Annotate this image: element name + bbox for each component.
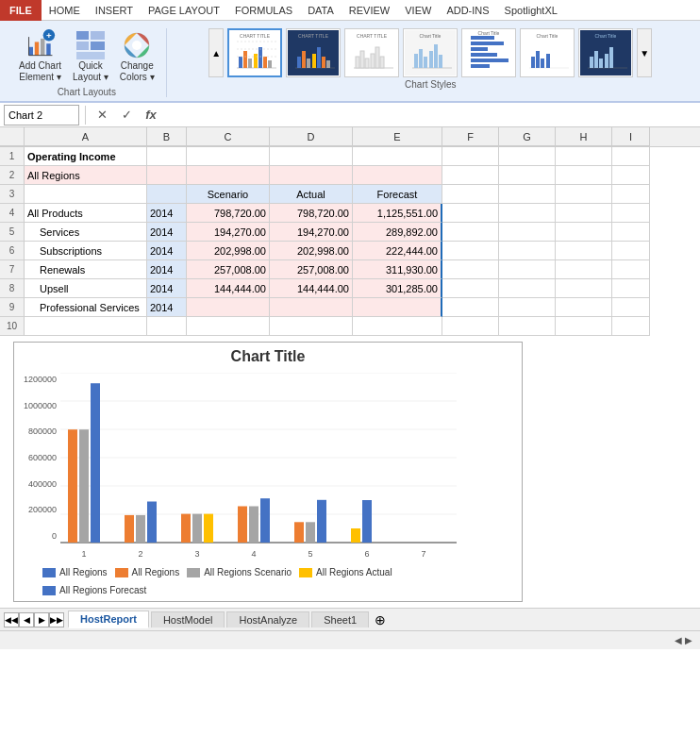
col-header-g[interactable]: G	[499, 127, 556, 146]
col-header-i[interactable]: I	[612, 127, 650, 146]
cell-f9[interactable]	[442, 298, 499, 317]
cell-f4[interactable]	[442, 204, 499, 223]
cell-e4[interactable]: 1,125,551.00	[353, 204, 442, 223]
cell-h1[interactable]	[556, 147, 612, 166]
cell-i4[interactable]	[612, 204, 650, 223]
cell-f3[interactable]	[442, 185, 499, 204]
change-colors-button[interactable]: ChangeColors ▾	[116, 28, 158, 85]
cell-b9[interactable]: 2014	[147, 298, 187, 317]
cell-c3[interactable]: Scenario	[187, 185, 270, 204]
cell-c7[interactable]: 257,008.00	[187, 260, 270, 279]
cell-e1[interactable]	[353, 147, 442, 166]
chart-style-1[interactable]: CHART TITLE	[227, 28, 282, 77]
cell-e7[interactable]: 311,930.00	[353, 260, 442, 279]
chart-style-5[interactable]: Chart Title	[461, 28, 516, 77]
cell-h7[interactable]	[556, 260, 612, 279]
cell-c5[interactable]: 194,270.00	[187, 223, 270, 242]
cell-h8[interactable]	[556, 279, 612, 298]
cell-d9[interactable]	[270, 298, 353, 317]
chart-style-2[interactable]: CHART TITLE	[286, 28, 341, 77]
menu-view[interactable]: VIEW	[397, 3, 439, 18]
chart-styles-scroll-up[interactable]: ▲	[208, 28, 224, 77]
cell-g10[interactable]	[499, 317, 556, 336]
cell-d8[interactable]: 144,444.00	[270, 279, 353, 298]
col-header-h[interactable]: H	[556, 127, 612, 146]
cell-d6[interactable]: 202,998.00	[270, 242, 353, 260]
cell-f5[interactable]	[442, 223, 499, 242]
cell-e5[interactable]: 289,892.00	[353, 223, 442, 242]
cell-a3[interactable]	[25, 185, 147, 204]
cell-c10[interactable]	[187, 317, 270, 336]
cell-f1[interactable]	[442, 147, 499, 166]
sheet-tab-hostmodel[interactable]: HostModel	[151, 611, 225, 627]
cell-c1[interactable]	[187, 147, 270, 166]
col-header-e[interactable]: E	[353, 127, 442, 146]
cell-e8[interactable]: 301,285.00	[353, 279, 442, 298]
cell-e3[interactable]: Forecast	[353, 185, 442, 204]
cell-i1[interactable]	[612, 147, 650, 166]
cell-g2[interactable]	[499, 166, 556, 185]
cell-a7[interactable]: Renewals	[25, 260, 147, 279]
file-menu-button[interactable]: FILE	[0, 0, 42, 21]
cell-c6[interactable]: 202,998.00	[187, 242, 270, 260]
col-header-a[interactable]: A	[25, 127, 147, 146]
cell-f6[interactable]	[442, 242, 499, 260]
col-header-c[interactable]: C	[187, 127, 270, 146]
sheet-nav-prev[interactable]: ◀	[19, 612, 34, 627]
chart-styles-scroll-down[interactable]: ▼	[637, 28, 652, 77]
cell-g1[interactable]	[499, 147, 556, 166]
cell-b7[interactable]: 2014	[147, 260, 187, 279]
quick-layout-button[interactable]: QuickLayout ▾	[69, 28, 112, 85]
cell-f8[interactable]	[442, 279, 499, 298]
sheet-nav-next[interactable]: ▶	[34, 612, 49, 627]
cell-g5[interactable]	[499, 223, 556, 242]
cell-c8[interactable]: 144,444.00	[187, 279, 270, 298]
cell-h2[interactable]	[556, 166, 612, 185]
cell-h6[interactable]	[556, 242, 612, 260]
cell-d2[interactable]	[270, 166, 353, 185]
cell-h3[interactable]	[556, 185, 612, 204]
col-header-d[interactable]: D	[270, 127, 353, 146]
cell-h5[interactable]	[556, 223, 612, 242]
cell-i10[interactable]	[612, 317, 650, 336]
col-header-f[interactable]: F	[442, 127, 499, 146]
chart-style-3[interactable]: CHART TITLE	[344, 28, 399, 77]
cell-b1[interactable]	[147, 147, 187, 166]
cell-a4[interactable]: All Products	[25, 204, 147, 223]
cell-g8[interactable]	[499, 279, 556, 298]
cell-a2[interactable]: All Regions	[25, 166, 147, 185]
cell-d3[interactable]: Actual	[270, 185, 353, 204]
cell-d5[interactable]: 194,270.00	[270, 223, 353, 242]
chart-style-7[interactable]: Chart Title	[578, 28, 633, 77]
sheet-nav-last[interactable]: ▶▶	[49, 612, 64, 627]
cell-i2[interactable]	[612, 166, 650, 185]
cell-f2[interactable]	[442, 166, 499, 185]
cell-a10[interactable]	[25, 317, 147, 336]
cell-c2[interactable]	[187, 166, 270, 185]
name-box[interactable]	[4, 105, 79, 125]
add-chart-element-button[interactable]: + Add ChartElement ▾	[15, 28, 65, 85]
cell-i3[interactable]	[612, 185, 650, 204]
cell-g6[interactable]	[499, 242, 556, 260]
cell-a1[interactable]: Operating Income	[25, 147, 147, 166]
cell-b6[interactable]: 2014	[147, 242, 187, 260]
cell-h9[interactable]	[556, 298, 612, 317]
cell-e10[interactable]	[353, 317, 442, 336]
add-sheet-button[interactable]: ⊕	[375, 612, 386, 627]
cell-i6[interactable]	[612, 242, 650, 260]
menu-spotlightxl[interactable]: SpotlightXL	[497, 3, 565, 18]
menu-insert[interactable]: INSERT	[88, 3, 141, 18]
cell-a9[interactable]: Professional Services	[25, 298, 147, 317]
sheet-tab-hostreport[interactable]: HostReport	[68, 611, 149, 628]
sheet-nav-first[interactable]: ◀◀	[4, 612, 19, 627]
cell-b8[interactable]: 2014	[147, 279, 187, 298]
cell-a5[interactable]: Services	[25, 223, 147, 242]
cell-e9[interactable]	[353, 298, 442, 317]
cell-i8[interactable]	[612, 279, 650, 298]
cell-a8[interactable]: Upsell	[25, 279, 147, 298]
cell-d10[interactable]	[270, 317, 353, 336]
cell-f10[interactable]	[442, 317, 499, 336]
cell-a6[interactable]: Subscriptions	[25, 242, 147, 260]
chart-area[interactable]: Chart Title 1200000 1000000 800000 60000…	[13, 342, 523, 602]
chart-style-6[interactable]: Chart Title	[520, 28, 575, 77]
